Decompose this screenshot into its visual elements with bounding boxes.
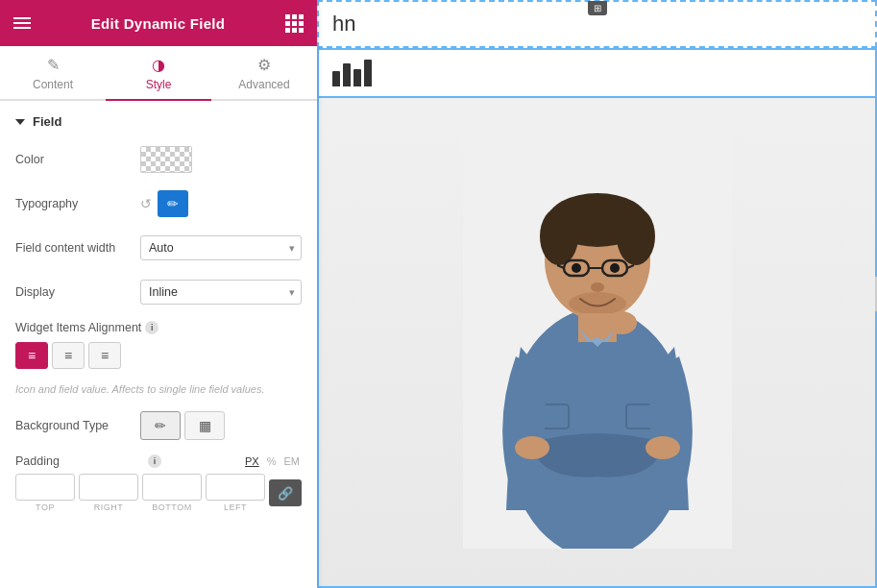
right-panel: ‹ ⊞ hn	[317, 0, 877, 588]
padding-right-input[interactable]	[79, 474, 138, 501]
text-widget-content: hn	[332, 12, 355, 37]
svg-point-13	[591, 282, 604, 292]
man-image-area	[317, 98, 877, 588]
padding-left-input[interactable]	[206, 474, 265, 501]
padding-inputs: TOP RIGHT BOTTOM LEFT 🔗	[15, 474, 302, 512]
alignment-label: Widget Items Alignment	[15, 321, 141, 334]
man-silhouette-svg	[463, 135, 732, 549]
alignment-hint-text: Icon and field value. Affects to single …	[15, 382, 302, 397]
alignment-buttons: ≡ ≡ ≡	[15, 342, 121, 369]
padding-units: PX % EM	[243, 454, 302, 468]
svg-point-4	[540, 208, 578, 265]
color-swatch[interactable]	[140, 146, 192, 173]
typography-refresh-icon[interactable]: ↺	[140, 196, 152, 211]
left-panel: Edit Dynamic Field ✎ Content ◑ Style ⚙ A…	[0, 0, 317, 588]
chart-bar-4	[364, 60, 372, 86]
chart-bar-1	[332, 71, 340, 86]
padding-row: Padding i PX % EM	[15, 454, 302, 468]
padding-top-input[interactable]	[15, 474, 75, 501]
tab-advanced-label: Advanced	[238, 78, 289, 91]
padding-right-wrap: RIGHT	[79, 474, 138, 512]
svg-point-20	[646, 436, 680, 459]
display-label: Display	[15, 285, 140, 299]
svg-point-5	[617, 208, 655, 265]
section-collapse-icon[interactable]	[15, 119, 25, 125]
svg-point-11	[572, 263, 581, 273]
align-right-button[interactable]: ≡	[88, 342, 121, 369]
display-control: Inline Block Flex ▾	[140, 280, 302, 305]
hamburger-menu-icon[interactable]	[13, 17, 31, 29]
svg-point-19	[515, 436, 549, 459]
align-center-button[interactable]: ≡	[52, 342, 85, 369]
padding-label: Padding	[15, 454, 140, 468]
alignment-row: Widget Items Alignment i ≡ ≡ ≡	[15, 321, 302, 369]
section-title: Field	[33, 114, 61, 129]
bg-gradient-button[interactable]: ▦	[184, 411, 225, 440]
text-widget[interactable]: ⊞ hn	[317, 0, 877, 48]
tab-content-label: Content	[33, 78, 73, 91]
chart-widget[interactable]	[317, 48, 877, 98]
alignment-label-wrap: Widget Items Alignment i	[15, 321, 158, 334]
handle-icon: ⊞	[594, 3, 601, 13]
padding-help-icon[interactable]: i	[148, 454, 161, 468]
field-content-width-select[interactable]: Auto Custom	[140, 235, 302, 260]
tab-style-label: Style	[146, 78, 172, 91]
color-row: Color	[15, 144, 302, 175]
color-control	[140, 146, 302, 173]
tab-content[interactable]: ✎ Content	[0, 46, 106, 101]
typography-control: ↺ ✏	[140, 190, 302, 217]
background-type-buttons: ✏ ▦	[140, 411, 225, 440]
typography-row: Typography ↺ ✏	[15, 188, 302, 219]
man-image	[319, 98, 875, 586]
field-content-width-label: Field content width	[15, 241, 140, 255]
padding-unit-px[interactable]: PX	[243, 454, 261, 468]
padding-top-wrap: TOP	[15, 474, 75, 512]
panel-header: Edit Dynamic Field	[0, 0, 317, 46]
field-content-width-control: Auto Custom ▾	[140, 235, 302, 260]
padding-bottom-label: BOTTOM	[152, 502, 191, 512]
typography-label: Typography	[15, 197, 140, 210]
tab-style[interactable]: ◑ Style	[106, 46, 211, 101]
typography-edit-button[interactable]: ✏	[158, 190, 188, 217]
tab-advanced[interactable]: ⚙ Advanced	[211, 46, 317, 101]
padding-right-label: RIGHT	[94, 502, 124, 512]
padding-link-button[interactable]: 🔗	[269, 479, 302, 506]
style-tab-icon: ◑	[152, 56, 165, 74]
padding-top-label: TOP	[36, 502, 55, 512]
display-select-wrap: Inline Block Flex ▾	[140, 280, 302, 305]
widget-handle[interactable]: ⊞	[588, 1, 607, 15]
panel-title: Edit Dynamic Field	[91, 15, 226, 32]
background-type-label: Background Type	[15, 419, 140, 432]
bg-solid-button[interactable]: ✏	[140, 411, 181, 440]
padding-bottom-wrap: BOTTOM	[142, 474, 202, 512]
padding-label-wrap: Padding i	[15, 454, 161, 468]
padding-left-wrap: LEFT	[206, 474, 265, 512]
display-row: Display Inline Block Flex ▾	[15, 277, 302, 307]
padding-unit-percent[interactable]: %	[265, 454, 279, 468]
field-section-heading: Field	[15, 114, 302, 129]
field-content-width-row: Field content width Auto Custom ▾	[15, 233, 302, 263]
svg-point-12	[610, 263, 620, 273]
tabs-bar: ✎ Content ◑ Style ⚙ Advanced	[0, 46, 317, 101]
background-type-row: Background Type ✏ ▦	[15, 410, 302, 441]
padding-left-label: LEFT	[224, 502, 247, 512]
background-type-control: ✏ ▦	[140, 411, 302, 440]
panel-content: Field Color Typography ↺ ✏ Field content…	[0, 101, 317, 588]
field-content-width-select-wrap: Auto Custom ▾	[140, 235, 302, 260]
apps-icon[interactable]	[285, 14, 304, 33]
color-label: Color	[15, 153, 140, 166]
align-left-button[interactable]: ≡	[15, 342, 48, 369]
advanced-tab-icon: ⚙	[257, 56, 271, 74]
chart-bar-2	[343, 63, 351, 86]
display-select[interactable]: Inline Block Flex	[140, 280, 302, 305]
alignment-help-icon[interactable]: i	[145, 321, 158, 334]
chart-bar-3	[353, 69, 361, 86]
svg-point-21	[606, 311, 637, 334]
padding-unit-em[interactable]: EM	[282, 454, 303, 468]
padding-bottom-input[interactable]	[142, 474, 202, 501]
content-tab-icon: ✎	[47, 56, 60, 74]
